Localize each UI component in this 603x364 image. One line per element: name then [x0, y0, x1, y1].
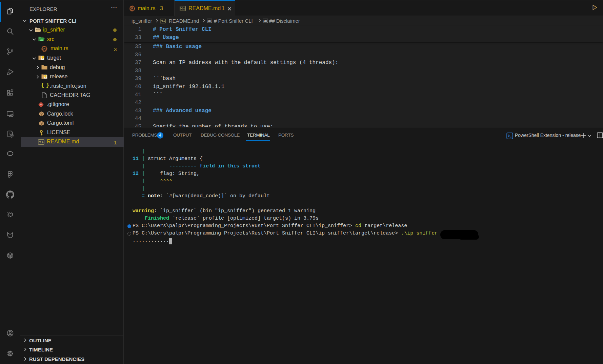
svg-text:abc: abc	[263, 20, 267, 22]
svg-text:R: R	[43, 47, 45, 50]
svg-text:R: R	[131, 7, 133, 10]
svg-text:abc: abc	[207, 20, 212, 22]
